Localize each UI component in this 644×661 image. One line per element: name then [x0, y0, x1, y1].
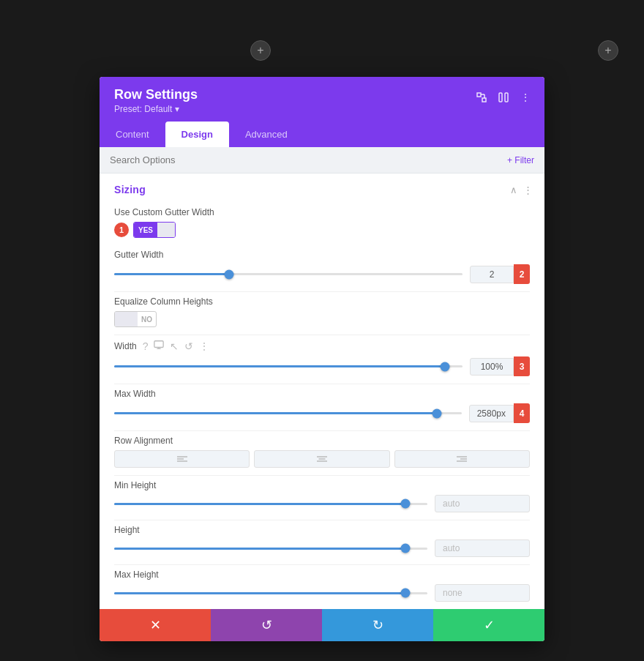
panel-title-group: Row Settings Preset: Default ▾	[114, 87, 198, 114]
equalize-toggle-wrap: NO	[114, 311, 530, 327]
step-badge-2: 2	[514, 264, 530, 284]
slider-track	[114, 273, 463, 275]
save-button[interactable]: ✓	[433, 609, 544, 641]
width-slider-row: 100% 3	[114, 356, 530, 376]
slider-thumb-maxwidth[interactable]	[433, 408, 442, 418]
gutter-width-row: Gutter Width 2 2	[100, 245, 544, 291]
tab-design[interactable]: Design	[165, 122, 229, 147]
cancel-button[interactable]: ✕	[100, 609, 211, 641]
slider-thumb-minheight[interactable]	[401, 499, 411, 509]
help-icon[interactable]: ?	[143, 340, 149, 352]
min-height-slider[interactable]	[114, 498, 427, 509]
equalize-label: Equalize Column Heights	[114, 296, 530, 307]
slider-track-width	[114, 365, 463, 367]
filter-label: + Filter	[507, 155, 534, 165]
max-height-value: none	[435, 584, 530, 602]
svg-rect-0	[477, 93, 481, 97]
gutter-toggle[interactable]: YES	[133, 222, 176, 238]
tab-content[interactable]: Content	[100, 122, 165, 147]
add-section-left-button[interactable]: +	[250, 40, 271, 61]
search-bar: + Filter	[100, 147, 544, 173]
row-alignment-row: Row Alignment	[100, 431, 544, 475]
redo-icon: ↻	[372, 617, 383, 633]
section-more-icon[interactable]: ⋮	[523, 184, 533, 195]
panel-preset[interactable]: Preset: Default ▾	[114, 104, 198, 114]
equalize-toggle[interactable]: NO	[114, 311, 157, 327]
slider-thumb[interactable]	[225, 269, 234, 279]
slider-track-minheight	[114, 503, 427, 505]
sizing-section-header: Sizing ∧ ⋮	[100, 173, 544, 203]
toggle-no-swatch	[115, 312, 138, 326]
slider-thumb-width[interactable]	[441, 362, 450, 371]
search-input[interactable]	[110, 154, 507, 165]
height-value: auto	[435, 539, 530, 557]
desktop-icon[interactable]	[154, 340, 164, 352]
gutter-width-slider-row: 2 2	[114, 264, 530, 284]
toggle-yes-label[interactable]: YES	[134, 223, 157, 237]
width-label: Width	[114, 341, 137, 351]
add-section-right-button[interactable]: +	[598, 40, 618, 61]
max-height-slider[interactable]	[114, 587, 427, 599]
settings-content: Sizing ∧ ⋮ Use Custom Gutter Width 1 YES…	[100, 173, 544, 609]
use-custom-gutter-row: Use Custom Gutter Width 1 YES	[100, 203, 544, 245]
toggle-swatch	[157, 223, 175, 237]
cancel-icon: ✕	[150, 617, 161, 633]
width-slider[interactable]	[114, 361, 463, 373]
step-badge-1: 1	[114, 223, 129, 237]
svg-rect-5	[505, 93, 508, 102]
min-height-label: Min Height	[114, 480, 530, 490]
reset-button[interactable]: ↺	[211, 609, 322, 641]
step-badge-3: 3	[514, 356, 530, 376]
align-left-button[interactable]	[114, 450, 250, 468]
row-alignment-label: Row Alignment	[114, 436, 530, 446]
slider-fill-maxwidth	[114, 412, 437, 414]
panel-title: Row Settings	[114, 87, 198, 102]
slider-thumb-height[interactable]	[401, 544, 411, 553]
max-width-label: Max Width	[114, 389, 530, 399]
min-height-row: Min Height auto	[100, 476, 544, 520]
tab-advanced[interactable]: Advanced	[229, 122, 304, 147]
height-slider-row: auto	[114, 539, 530, 557]
slider-thumb-maxheight[interactable]	[401, 589, 411, 598]
reset-icon: ↺	[261, 617, 272, 633]
height-label: Height	[114, 525, 530, 535]
gutter-toggle-wrap: 1 YES	[114, 222, 530, 238]
filter-button[interactable]: + Filter	[507, 155, 534, 165]
collapse-icon[interactable]: ∧	[510, 184, 517, 195]
align-center-button[interactable]	[254, 450, 389, 468]
panel-header-icons: ⋮	[474, 90, 533, 105]
alignment-buttons	[114, 450, 530, 468]
redo-button[interactable]: ↻	[322, 609, 433, 641]
slider-track-height	[114, 548, 427, 550]
max-height-label: Max Height	[114, 569, 530, 580]
cursor-icon[interactable]: ↖	[170, 340, 179, 352]
equalize-heights-row: Equalize Column Heights NO	[100, 292, 544, 335]
fullscreen-icon[interactable]	[474, 90, 489, 105]
save-icon: ✓	[484, 617, 495, 633]
height-slider[interactable]	[114, 542, 427, 554]
columns-icon[interactable]	[496, 90, 511, 105]
svg-rect-1	[482, 98, 486, 102]
more-width-icon[interactable]: ⋮	[199, 340, 209, 352]
more-options-icon[interactable]: ⋮	[518, 90, 533, 105]
row-settings-panel: Row Settings Preset: Default ▾ ⋮	[100, 77, 544, 641]
bottom-toolbar: ✕ ↺ ↻ ✓	[100, 609, 544, 641]
max-width-value-wrap: 2580px 4	[469, 403, 530, 423]
toggle-no-label[interactable]: NO	[138, 312, 156, 326]
slider-track-maxwidth	[114, 412, 462, 414]
gutter-width-value: 2	[470, 266, 514, 283]
step-badge-4: 4	[514, 403, 530, 423]
width-label-row: Width ? ↖ ↺ ⋮	[114, 340, 530, 352]
gutter-width-slider[interactable]	[114, 269, 463, 280]
reset-width-icon[interactable]: ↺	[184, 340, 193, 352]
max-height-slider-row: none	[114, 584, 530, 602]
width-value-wrap: 100% 3	[470, 356, 530, 376]
slider-track-maxheight	[114, 592, 427, 594]
gutter-value-wrap: 2 2	[470, 264, 530, 284]
max-width-slider[interactable]	[114, 408, 462, 419]
gutter-width-label: Gutter Width	[114, 250, 530, 260]
min-height-slider-row: auto	[114, 495, 530, 512]
align-right-button[interactable]	[394, 450, 530, 468]
slider-fill-minheight	[114, 503, 405, 505]
panel-header: Row Settings Preset: Default ▾ ⋮	[100, 77, 544, 122]
